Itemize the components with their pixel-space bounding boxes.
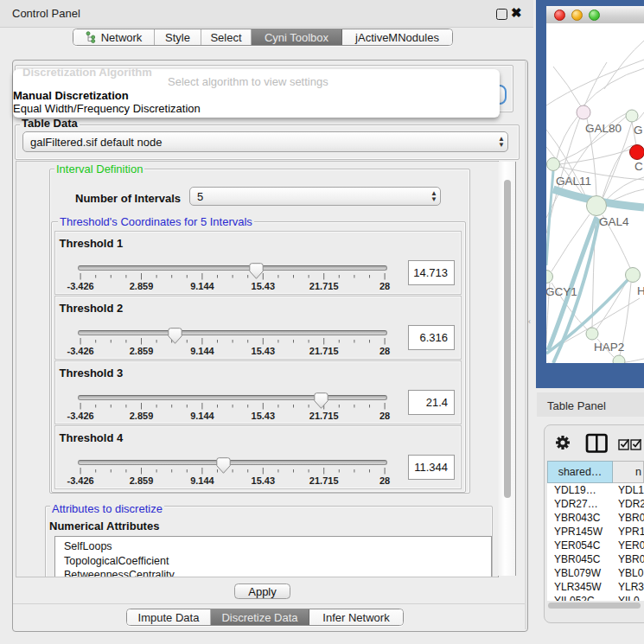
svg-text:GCY1: GCY1 (546, 285, 577, 298)
svg-text:C: C (634, 160, 643, 173)
svg-text:GAL80: GAL80 (585, 122, 622, 135)
svg-text:G: G (634, 124, 643, 137)
svg-text:H: H (637, 284, 644, 297)
svg-text:GAL11: GAL11 (556, 175, 591, 188)
svg-text:GAL4: GAL4 (599, 215, 629, 228)
svg-text:HAP2: HAP2 (594, 341, 624, 354)
